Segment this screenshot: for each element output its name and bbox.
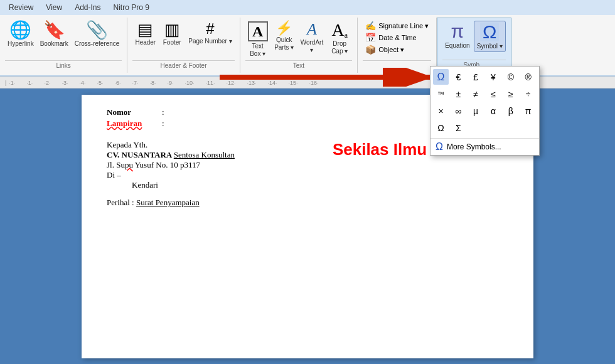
nomor-label: Nomor xyxy=(107,107,157,117)
object-label: Object ▾ xyxy=(378,46,404,54)
symbol-cell-notequal[interactable]: ≠ xyxy=(468,86,484,102)
textbox-label: TextBox ▾ xyxy=(250,43,265,58)
quick-parts-icon: ⚡ xyxy=(275,21,292,35)
symbol-cell-pound[interactable]: £ xyxy=(468,69,484,85)
symbol-cell-beta[interactable]: β xyxy=(503,103,518,119)
symbol-cell-mu[interactable]: µ xyxy=(468,103,484,119)
wordart-icon: A xyxy=(307,21,317,38)
tab-review[interactable]: Review xyxy=(3,1,40,14)
perihal-label: Perihal : xyxy=(107,198,134,207)
symbol-cell-yen[interactable]: ¥ xyxy=(486,69,501,85)
page-number-label: Page Number ▾ xyxy=(188,38,232,45)
equation-label: Equation xyxy=(445,42,469,50)
symbol-cell-copyright[interactable]: © xyxy=(503,69,518,85)
header-label: Header xyxy=(135,39,156,46)
symbol-cell-alpha[interactable]: α xyxy=(486,103,501,119)
symbol-cell-divide[interactable]: ÷ xyxy=(520,86,536,102)
symbol-cell-infinity[interactable]: ∞ xyxy=(451,103,466,119)
links-group-label: Links xyxy=(5,60,122,70)
sig-items: ✍ Signature Line ▾ 📅 Date & Time 📦 Objec… xyxy=(363,20,431,55)
dropcap-icon: Aa xyxy=(331,21,348,39)
cross-reference-icon: 📎 xyxy=(86,21,108,39)
perihal-row: Perihal : Surat Penyampaian xyxy=(107,198,508,208)
arrow-svg xyxy=(220,68,446,87)
more-symbols-label: More Symbols... xyxy=(447,142,501,151)
symbol-button[interactable]: Ω Symbol ▾ xyxy=(474,21,506,52)
symbol-cell-multiply[interactable]: × xyxy=(433,103,449,119)
signature-label: Signature Line ▾ xyxy=(378,22,429,30)
header-button[interactable]: ▤ Header xyxy=(132,20,158,48)
date-time-button[interactable]: 📅 Date & Time xyxy=(363,32,431,43)
di-line: Di – xyxy=(107,170,235,180)
symbol-cell-euro[interactable]: € xyxy=(451,69,466,85)
symbol-cell-omega[interactable]: Ω xyxy=(433,120,449,136)
wordart-label: WordArt▾ xyxy=(301,39,324,54)
hyperlink-button[interactable]: 🌐 Hyperlink xyxy=(5,20,36,49)
symbol-cell-trademark[interactable]: ™ xyxy=(433,86,449,102)
kepada-line: Kepada Yth. xyxy=(107,140,235,150)
signature-line-button[interactable]: ✍ Signature Line ▾ xyxy=(363,20,431,31)
quick-parts-button[interactable]: ⚡ QuickParts ▾ xyxy=(272,20,297,53)
equation-button[interactable]: π Equation xyxy=(442,21,472,51)
group-symbol: π Equation Ω Symbol ▾ Symb... xyxy=(437,18,511,73)
cross-reference-label: Cross-reference xyxy=(75,40,120,48)
perihal-value: Surat Penyampaian xyxy=(136,198,200,207)
city-line: Kendari xyxy=(107,180,235,190)
symbol-cell-plusminus[interactable]: ± xyxy=(451,86,466,102)
group-text: A TextBox ▾ ⚡ QuickParts ▾ A WordArt▾ Aa… xyxy=(240,18,358,73)
equation-icon: π xyxy=(451,22,464,41)
footer-icon: ▥ xyxy=(164,21,180,38)
object-button[interactable]: 📦 Object ▾ xyxy=(363,44,431,55)
symbol-dropdown: Ω € £ ¥ © ® ™ ± ≠ ≤ ≥ ÷ × ∞ µ α β π Ω Σ … xyxy=(430,66,540,156)
nomor-row: Nomor : xyxy=(107,107,168,117)
object-icon: 📦 xyxy=(365,45,376,55)
symbol-cell-greaterequal[interactable]: ≥ xyxy=(503,86,518,102)
group-signature: ✍ Signature Line ▾ 📅 Date & Time 📦 Objec… xyxy=(358,18,437,73)
symbol-cell-pi[interactable]: π xyxy=(520,103,536,119)
symbol-cell-sigma[interactable]: Σ xyxy=(451,120,466,136)
more-symbols-button[interactable]: Ω More Symbols... xyxy=(430,138,539,155)
bookmark-icon: 🔖 xyxy=(43,21,65,39)
dropcap-label: DropCap ▾ xyxy=(331,40,348,55)
lampiran-row: Lampiran : xyxy=(107,119,168,129)
arrow-container xyxy=(220,68,446,88)
page-number-icon: # xyxy=(206,21,214,36)
address-line: Jl. Supu Yusuf No. 10 p3117 xyxy=(107,160,235,170)
tab-nitro[interactable]: Nitro Pro 9 xyxy=(107,1,156,14)
datetime-icon: 📅 xyxy=(365,33,376,43)
cross-reference-button[interactable]: 📎 Cross-reference xyxy=(72,20,122,49)
address-block: Kepada Yth. CV. NUSANTARA Sentosa Konsul… xyxy=(107,140,235,190)
footer-label: Footer xyxy=(163,39,181,46)
ribbon-tabs: Review View Add-Ins Nitro Pro 9 xyxy=(0,0,615,15)
lampiran-label: Lampiran xyxy=(107,119,157,129)
hyperlink-icon: 🌐 xyxy=(9,21,31,39)
tab-view[interactable]: View xyxy=(40,1,68,14)
group-links: 🌐 Hyperlink 🔖 Bookmark 📎 Cross-reference… xyxy=(0,18,127,73)
wordart-button[interactable]: A WordArt▾ xyxy=(298,20,326,55)
signature-icon: ✍ xyxy=(365,21,376,31)
symbol-cell-omega-small[interactable]: Ω xyxy=(433,69,449,85)
header-icon: ▤ xyxy=(137,21,153,38)
datetime-label: Date & Time xyxy=(378,34,417,41)
footer-button[interactable]: ▥ Footer xyxy=(159,20,184,48)
symbol-cell-registered[interactable]: ® xyxy=(520,69,536,85)
dropcap-button[interactable]: Aa DropCap ▾ xyxy=(327,20,352,56)
group-header-footer: ▤ Header ▥ Footer # Page Number ▾ Header… xyxy=(127,18,240,73)
letter-header-left: Nomor : Lampiran : xyxy=(107,107,168,130)
tab-addins[interactable]: Add-Ins xyxy=(68,1,107,14)
bookmark-label: Bookmark xyxy=(40,40,68,48)
hyperlink-label: Hyperlink xyxy=(8,40,34,48)
textbox-button[interactable]: A TextBox ▾ xyxy=(245,20,270,59)
symbol-omega-icon: Ω xyxy=(480,23,499,41)
symbol-grid: Ω € £ ¥ © ® ™ ± ≠ ≤ ≥ ÷ × ∞ µ α β π Ω Σ xyxy=(430,67,539,138)
symbol-cell-lessequal[interactable]: ≤ xyxy=(486,86,501,102)
bookmark-button[interactable]: 🔖 Bookmark xyxy=(38,20,71,49)
page-number-button[interactable]: # Page Number ▾ xyxy=(186,20,234,46)
symbol-label: Symbol ▾ xyxy=(477,43,503,50)
textbox-icon: A xyxy=(248,21,268,41)
company-line: CV. NUSANTARA Sentosa Konsultan xyxy=(107,150,235,160)
more-symbols-omega-icon: Ω xyxy=(436,141,443,153)
quick-parts-label: QuickParts ▾ xyxy=(274,36,294,51)
